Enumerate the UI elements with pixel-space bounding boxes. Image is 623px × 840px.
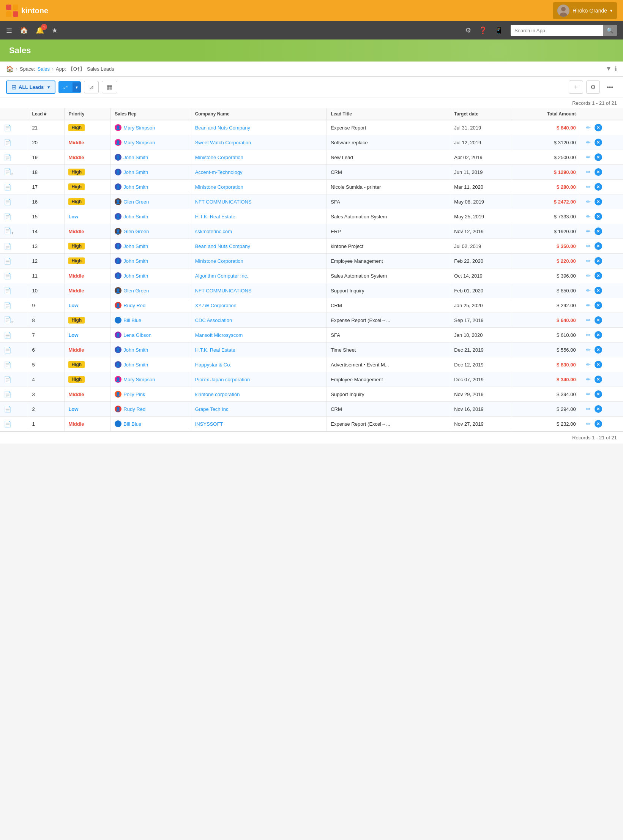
col-header-company[interactable]: Company Name: [191, 108, 327, 120]
delete-button[interactable]: ✕: [595, 302, 602, 309]
sales-rep-name[interactable]: Mary Simpson: [123, 377, 155, 382]
share-dropdown-button[interactable]: ▾: [73, 82, 81, 92]
sales-rep-name[interactable]: Rudy Red: [123, 406, 145, 412]
delete-button[interactable]: ✕: [595, 287, 602, 294]
edit-button[interactable]: ✏: [584, 271, 593, 280]
more-options-button[interactable]: •••: [603, 81, 617, 94]
delete-button[interactable]: ✕: [595, 213, 602, 220]
sales-rep-name[interactable]: John Smith: [123, 184, 148, 190]
doc-icon[interactable]: 📄: [4, 420, 11, 428]
delete-button[interactable]: ✕: [595, 257, 602, 265]
col-header-lead[interactable]: Lead #: [28, 108, 65, 120]
sales-rep-name[interactable]: John Smith: [123, 155, 148, 160]
sales-rep-name[interactable]: John Smith: [123, 362, 148, 368]
view-grid-button[interactable]: ⊞ ALL Leads ▾: [7, 81, 55, 93]
delete-button[interactable]: ✕: [595, 405, 602, 413]
doc-icon[interactable]: 📄: [4, 154, 11, 161]
doc-icon[interactable]: 📄: [4, 213, 11, 220]
company-link[interactable]: Algorithm Computer Inc.: [195, 273, 248, 279]
doc-icon[interactable]: 📄: [4, 406, 11, 413]
delete-button[interactable]: ✕: [595, 361, 602, 368]
company-link[interactable]: Bean and Nuts Company: [195, 125, 250, 131]
edit-button[interactable]: ✏: [584, 123, 593, 132]
doc-icon[interactable]: 📄: [4, 272, 11, 279]
company-link[interactable]: NFT COMMUNICATIONS: [195, 288, 252, 294]
app-settings-button[interactable]: ⚙: [586, 81, 600, 94]
doc-icon[interactable]: 📄: [4, 257, 11, 265]
company-link[interactable]: H.T.K. Real Estate: [195, 347, 235, 353]
delete-button[interactable]: ✕: [595, 376, 602, 383]
sales-rep-name[interactable]: John Smith: [123, 258, 148, 264]
edit-button[interactable]: ✏: [584, 419, 593, 428]
sales-rep-name[interactable]: John Smith: [123, 214, 148, 219]
delete-button[interactable]: ✕: [595, 316, 602, 324]
doc-icon[interactable]: 📄: [4, 391, 11, 398]
company-link[interactable]: H.T.K. Real Estate: [195, 214, 235, 219]
company-link[interactable]: Happystar & Co.: [195, 362, 231, 368]
edit-button[interactable]: ✏: [584, 330, 593, 339]
doc-icon[interactable]: 📄: [4, 332, 11, 339]
sales-rep-name[interactable]: John Smith: [123, 169, 148, 175]
sales-rep-name[interactable]: Bill Blue: [123, 317, 141, 323]
breadcrumb-home-icon[interactable]: 🏠: [6, 65, 14, 73]
chart-button[interactable]: ▦: [102, 81, 117, 93]
search-input[interactable]: [511, 25, 603, 36]
delete-button[interactable]: ✕: [595, 242, 602, 250]
doc-icon[interactable]: 📄: [4, 183, 11, 191]
edit-button[interactable]: ✏: [584, 404, 593, 414]
home-icon[interactable]: 🏠: [20, 26, 28, 35]
search-button[interactable]: 🔍: [603, 25, 617, 36]
sales-rep-name[interactable]: John Smith: [123, 243, 148, 249]
sales-rep-name[interactable]: Polly Pink: [123, 392, 145, 397]
doc-icon[interactable]: 📄: [4, 243, 11, 250]
sales-rep-name[interactable]: Mary Simpson: [123, 125, 155, 131]
edit-button[interactable]: ✏: [584, 138, 593, 147]
notification-icon[interactable]: 🔔 1: [36, 26, 44, 35]
doc-icon[interactable]: 📄2: [4, 168, 13, 176]
favorites-icon[interactable]: ★: [52, 26, 58, 35]
company-link[interactable]: Bean and Nuts Company: [195, 243, 250, 249]
delete-button[interactable]: ✕: [595, 227, 602, 235]
edit-button[interactable]: ✏: [584, 242, 593, 251]
filter-settings-icon[interactable]: ▼: [606, 65, 612, 73]
doc-icon[interactable]: 📄: [4, 376, 11, 383]
company-link[interactable]: kirintone corporation: [195, 392, 240, 397]
edit-button[interactable]: ✏: [584, 182, 593, 191]
delete-button[interactable]: ✕: [595, 168, 602, 176]
company-link[interactable]: CDC Association: [195, 317, 232, 323]
company-link[interactable]: Ministone Corporation: [195, 155, 243, 160]
delete-button[interactable]: ✕: [595, 272, 602, 279]
sales-rep-name[interactable]: Glen Green: [123, 288, 149, 294]
edit-button[interactable]: ✏: [584, 301, 593, 310]
delete-button[interactable]: ✕: [595, 183, 602, 191]
company-link[interactable]: Piorex Japan corporation: [195, 377, 250, 382]
settings-icon[interactable]: ⚙: [465, 26, 471, 35]
delete-button[interactable]: ✕: [595, 139, 602, 146]
doc-icon[interactable]: 📄: [4, 346, 11, 354]
sales-rep-name[interactable]: Glen Green: [123, 199, 149, 205]
user-menu[interactable]: Hiroko Grande ▾: [553, 2, 617, 19]
delete-button[interactable]: ✕: [595, 124, 602, 131]
sales-rep-name[interactable]: Bill Blue: [123, 421, 141, 427]
company-link[interactable]: XYZW Corporation: [195, 303, 237, 308]
col-header-date[interactable]: Target date: [450, 108, 512, 120]
edit-button[interactable]: ✏: [584, 375, 593, 384]
sales-rep-name[interactable]: John Smith: [123, 347, 148, 353]
edit-button[interactable]: ✏: [584, 197, 593, 206]
edit-button[interactable]: ✏: [584, 390, 593, 399]
hamburger-menu-icon[interactable]: ☰: [6, 26, 12, 35]
sales-rep-name[interactable]: Glen Green: [123, 229, 149, 234]
doc-icon[interactable]: 📄: [4, 124, 11, 131]
doc-icon[interactable]: 📄2: [4, 316, 13, 324]
col-header-priority[interactable]: Priority: [65, 108, 111, 120]
doc-icon[interactable]: 📄1: [4, 227, 13, 235]
edit-button[interactable]: ✏: [584, 286, 593, 295]
edit-button[interactable]: ✏: [584, 256, 593, 265]
col-header-title[interactable]: Lead Title: [327, 108, 450, 120]
company-link[interactable]: Ministone Corporation: [195, 258, 243, 264]
col-header-rep[interactable]: Sales Rep: [111, 108, 191, 120]
sales-rep-name[interactable]: Lena Gibson: [123, 332, 151, 338]
company-link[interactable]: Grape Tech Inc: [195, 406, 229, 412]
doc-icon[interactable]: 📄: [4, 198, 11, 205]
info-icon[interactable]: ℹ: [615, 65, 617, 73]
